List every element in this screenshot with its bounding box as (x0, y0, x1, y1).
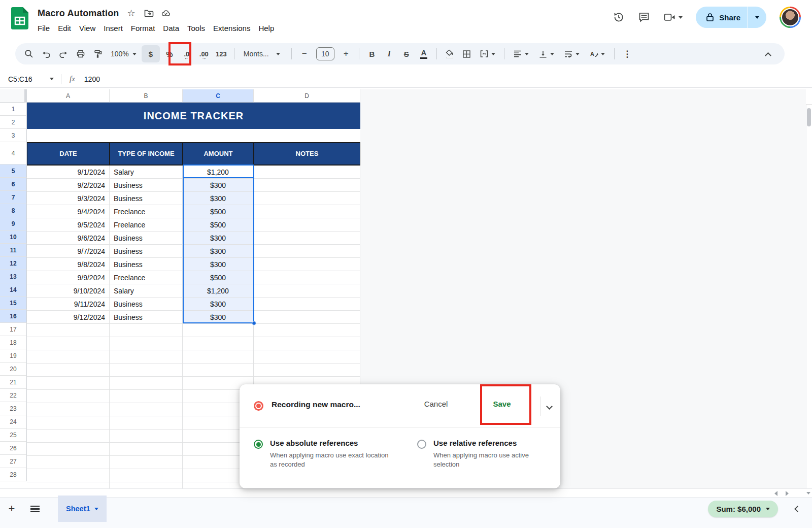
cell-c6[interactable]: $300 (183, 179, 254, 192)
menu-tools[interactable]: Tools (183, 22, 209, 34)
vertical-scrollbar-thumb[interactable] (807, 108, 811, 126)
cell-c19[interactable] (183, 350, 254, 364)
row-header-4[interactable]: 4 (0, 142, 27, 164)
decrease-font-size-button[interactable]: − (297, 46, 312, 61)
cell-b9[interactable]: Freelance (110, 218, 183, 232)
row-header-26[interactable]: 26 (0, 442, 27, 455)
table-header-notes[interactable]: NOTES (254, 143, 360, 165)
paint-format-icon[interactable] (90, 46, 106, 61)
borders-button[interactable] (459, 46, 475, 61)
cell-b17[interactable] (110, 324, 183, 337)
cell-d14[interactable] (254, 284, 360, 298)
cell-b25[interactable] (110, 430, 183, 443)
sheet-tab-sheet1[interactable]: Sheet1 (58, 496, 107, 522)
cancel-button[interactable]: Cancel (418, 400, 454, 408)
row-header-14[interactable]: 14 (0, 283, 27, 296)
cell-a9[interactable]: 9/5/2024 (27, 218, 110, 232)
name-box[interactable]: C5:C16 (0, 75, 49, 83)
menu-data[interactable]: Data (159, 22, 183, 34)
cell-c5[interactable]: $1,200 (183, 166, 254, 179)
row-header-22[interactable]: 22 (0, 389, 27, 402)
sum-badge[interactable]: Sum: $6,000 (708, 501, 778, 517)
format-as-currency-button[interactable]: $ (142, 45, 160, 62)
cell-a13[interactable]: 9/9/2024 (27, 271, 110, 284)
cell-b16[interactable]: Business (110, 311, 183, 324)
row-header-9[interactable]: 9 (0, 217, 27, 230)
cell-c11[interactable]: $300 (183, 245, 254, 258)
cell-b24[interactable] (110, 416, 183, 430)
fill-color-button[interactable] (442, 46, 457, 61)
cell-a22[interactable] (27, 390, 110, 403)
increase-font-size-button[interactable]: + (339, 46, 354, 61)
cell-a15[interactable]: 9/11/2024 (27, 298, 110, 311)
cell-d8[interactable] (254, 205, 360, 218)
relative-references-option[interactable]: Use relative references When applying ma… (417, 439, 553, 469)
video-camera-icon[interactable] (663, 11, 675, 23)
cell-c17[interactable] (183, 324, 254, 337)
merge-cells-button[interactable] (477, 46, 499, 61)
radio-selected-icon[interactable] (254, 440, 263, 449)
collapse-dialog-icon[interactable] (547, 402, 552, 411)
all-sheets-menu-icon[interactable] (23, 498, 47, 520)
cell-a24[interactable] (27, 416, 110, 430)
cell-a20[interactable] (27, 364, 110, 377)
cell-d6[interactable] (254, 179, 360, 192)
share-button-main[interactable]: Share (696, 7, 748, 28)
cell-b21[interactable] (110, 377, 183, 390)
row-header-5[interactable]: 5 (0, 164, 27, 178)
undo-icon[interactable] (39, 46, 54, 61)
cell-a16[interactable]: 9/12/2024 (27, 311, 110, 324)
decrease-decimal-button[interactable]: .0← (179, 46, 194, 61)
cell-d12[interactable] (254, 258, 360, 271)
add-sheet-button[interactable]: + (0, 498, 23, 520)
cell-a7[interactable]: 9/3/2024 (27, 192, 110, 205)
cell-c8[interactable]: $500 (183, 205, 254, 218)
increase-decimal-button[interactable]: .00→ (196, 46, 212, 61)
cell-d18[interactable] (254, 337, 360, 350)
row-header-3[interactable]: 3 (0, 129, 27, 142)
camera-dropdown-caret-icon[interactable] (679, 16, 683, 19)
row-header-18[interactable]: 18 (0, 336, 27, 349)
text-wrap-button[interactable] (560, 46, 584, 61)
cell-c10[interactable]: $300 (183, 232, 254, 245)
cell-b12[interactable]: Business (110, 258, 183, 271)
strikethrough-button[interactable]: S (399, 46, 414, 61)
cell-b14[interactable]: Salary (110, 284, 183, 298)
comments-icon[interactable] (638, 11, 650, 23)
cell-a11[interactable]: 9/7/2024 (27, 245, 110, 258)
cell-a5[interactable]: 9/1/2024 (27, 166, 110, 179)
horizontal-align-button[interactable] (510, 46, 533, 61)
cell-a18[interactable] (27, 337, 110, 350)
row-header-1[interactable]: 1 (0, 103, 27, 116)
cell-d20[interactable] (254, 364, 360, 377)
cell-b26[interactable] (110, 443, 183, 456)
zoom-select[interactable]: 100% (107, 50, 141, 58)
cell-b10[interactable]: Business (110, 232, 183, 245)
format-as-percent-button[interactable]: % (162, 46, 177, 61)
radio-unselected-icon[interactable] (417, 440, 426, 449)
share-dropdown[interactable] (748, 7, 766, 28)
save-button[interactable]: Save (487, 400, 517, 408)
cell-d15[interactable] (254, 298, 360, 311)
row-header-19[interactable]: 19 (0, 349, 27, 362)
text-color-button[interactable]: A (416, 46, 431, 61)
scroll-right-icon[interactable] (786, 491, 789, 496)
vertical-scrollbar[interactable] (806, 89, 812, 488)
cell-a23[interactable] (27, 403, 110, 416)
select-all-corner[interactable] (0, 89, 27, 103)
blank-row-3[interactable] (27, 129, 360, 142)
redo-icon[interactable] (56, 46, 71, 61)
row-header-12[interactable]: 12 (0, 257, 27, 270)
meet-presentation-control[interactable] (663, 11, 683, 23)
row-header-23[interactable]: 23 (0, 402, 27, 415)
cell-b7[interactable]: Business (110, 192, 183, 205)
print-icon[interactable] (73, 46, 88, 61)
row-header-2[interactable]: 2 (0, 116, 27, 129)
row-header-15[interactable]: 15 (0, 296, 27, 310)
cell-c13[interactable]: $500 (183, 271, 254, 284)
column-header-b[interactable]: B (110, 89, 183, 103)
menu-help[interactable]: Help (254, 22, 278, 34)
cell-d7[interactable] (254, 192, 360, 205)
column-header-d[interactable]: D (254, 89, 360, 103)
sheets-logo-icon[interactable] (11, 7, 28, 29)
